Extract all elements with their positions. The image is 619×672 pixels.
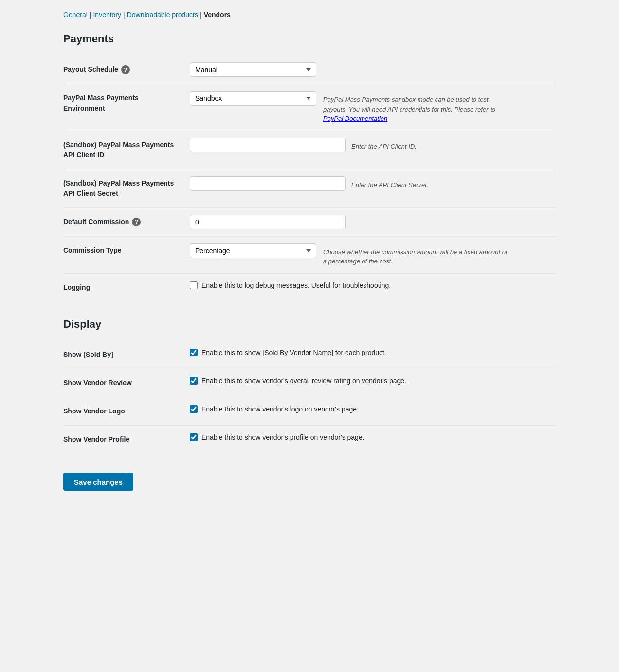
show-vendor-profile-field: Enable this to show vendor's profile on … — [190, 425, 556, 453]
default-commission-row: Default Commission ? — [63, 207, 556, 236]
paypal-env-field: Sandbox Live PayPal Mass Payments sandbo… — [190, 84, 556, 131]
show-vendor-logo-field: Enable this to show vendor's logo on ven… — [190, 397, 556, 425]
show-sold-by-checkbox[interactable] — [190, 349, 198, 356]
show-vendor-review-checkbox[interactable] — [190, 377, 198, 385]
show-vendor-review-row: Show Vendor Review Enable this to show v… — [63, 369, 556, 397]
show-vendor-logo-checkbox-label: Enable this to show vendor's logo on ven… — [201, 404, 359, 414]
logging-field: Enable this to log debug messages. Usefu… — [190, 273, 556, 301]
show-vendor-profile-label: Show Vendor Profile — [63, 425, 190, 453]
show-sold-by-row: Show [Sold By] Enable this to show [Sold… — [63, 341, 556, 369]
show-vendor-logo-checkbox[interactable] — [190, 405, 198, 413]
sandbox-client-secret-desc: Enter the API Client Secret. — [351, 176, 428, 190]
paypal-env-label: PayPal Mass Payments Environment — [63, 84, 190, 131]
sandbox-client-secret-label: (Sandbox) PayPal Mass Payments API Clien… — [63, 169, 190, 207]
show-vendor-review-checkbox-label: Enable this to show vendor's overall rev… — [201, 376, 406, 386]
payout-schedule-help-icon[interactable]: ? — [121, 65, 130, 74]
payout-schedule-label: Payout Schedule ? — [63, 56, 190, 84]
sandbox-client-id-row: (Sandbox) PayPal Mass Payments API Clien… — [63, 131, 556, 169]
page-container: General | Inventory | Downloadable produ… — [52, 0, 567, 510]
default-commission-label: Default Commission ? — [63, 207, 190, 236]
logging-checkbox[interactable] — [190, 281, 198, 289]
breadcrumb-sep-3: | — [200, 10, 202, 20]
sandbox-client-secret-input[interactable] — [190, 176, 346, 191]
breadcrumb-sep-1: | — [90, 10, 91, 20]
display-form-table: Show [Sold By] Enable this to show [Sold… — [63, 341, 556, 453]
paypal-env-select[interactable]: Sandbox Live — [190, 91, 316, 106]
default-commission-help-icon[interactable]: ? — [132, 218, 141, 226]
breadcrumb-vendors: Vendors — [204, 10, 231, 20]
payout-schedule-field: Manual Weekly Monthly — [190, 56, 556, 84]
show-vendor-review-label: Show Vendor Review — [63, 369, 190, 397]
breadcrumb-downloadable[interactable]: Downloadable products — [127, 10, 198, 20]
sandbox-client-id-field: Enter the API Client ID. — [190, 131, 556, 169]
show-vendor-profile-checkbox[interactable] — [190, 433, 198, 441]
sandbox-client-id-label: (Sandbox) PayPal Mass Payments API Clien… — [63, 131, 190, 169]
sandbox-client-secret-row: (Sandbox) PayPal Mass Payments API Clien… — [63, 169, 556, 207]
save-button[interactable]: Save changes — [63, 473, 133, 491]
breadcrumb: General | Inventory | Downloadable produ… — [63, 10, 556, 20]
payments-form-table: Payout Schedule ? Manual Weekly Monthly … — [63, 56, 556, 301]
show-vendor-profile-row: Show Vendor Profile Enable this to show … — [63, 425, 556, 453]
logging-row: Logging Enable this to log debug message… — [63, 273, 556, 301]
show-sold-by-checkbox-label: Enable this to show [Sold By Vendor Name… — [201, 348, 386, 358]
show-vendor-logo-label: Show Vendor Logo — [63, 397, 190, 425]
logging-label: Logging — [63, 273, 190, 301]
breadcrumb-inventory[interactable]: Inventory — [93, 10, 121, 20]
paypal-env-inline-desc: PayPal Mass Payments sandbox mode can be… — [323, 91, 508, 124]
logging-checkbox-label: Enable this to log debug messages. Usefu… — [201, 280, 391, 291]
sandbox-client-secret-field: Enter the API Client Secret. — [190, 169, 556, 207]
show-vendor-review-field: Enable this to show vendor's overall rev… — [190, 369, 556, 397]
show-vendor-logo-row: Show Vendor Logo Enable this to show ven… — [63, 397, 556, 425]
payout-schedule-row: Payout Schedule ? Manual Weekly Monthly — [63, 56, 556, 84]
sandbox-client-id-input[interactable] — [190, 138, 346, 152]
show-sold-by-label: Show [Sold By] — [63, 341, 190, 369]
payments-heading: Payments — [63, 31, 556, 47]
commission-type-field: Percentage Fixed Choose whether the comm… — [190, 236, 556, 273]
paypal-documentation-link[interactable]: PayPal Documentation — [323, 115, 387, 122]
paypal-env-row: PayPal Mass Payments Environment Sandbox… — [63, 84, 556, 131]
display-heading: Display — [63, 316, 556, 332]
default-commission-input[interactable] — [190, 215, 346, 229]
commission-type-label: Commission Type — [63, 236, 190, 273]
commission-type-select[interactable]: Percentage Fixed — [190, 243, 316, 258]
show-sold-by-field: Enable this to show [Sold By Vendor Name… — [190, 341, 556, 369]
breadcrumb-general[interactable]: General — [63, 10, 88, 20]
commission-type-row: Commission Type Percentage Fixed Choose … — [63, 236, 556, 273]
breadcrumb-sep-2: | — [123, 10, 125, 20]
payout-schedule-select[interactable]: Manual Weekly Monthly — [190, 62, 316, 77]
default-commission-field — [190, 207, 556, 236]
show-vendor-profile-checkbox-label: Enable this to show vendor's profile on … — [201, 432, 364, 443]
sandbox-client-id-desc: Enter the API Client ID. — [351, 138, 417, 151]
commission-type-inline-desc: Choose whether the commission amount wil… — [323, 243, 508, 266]
